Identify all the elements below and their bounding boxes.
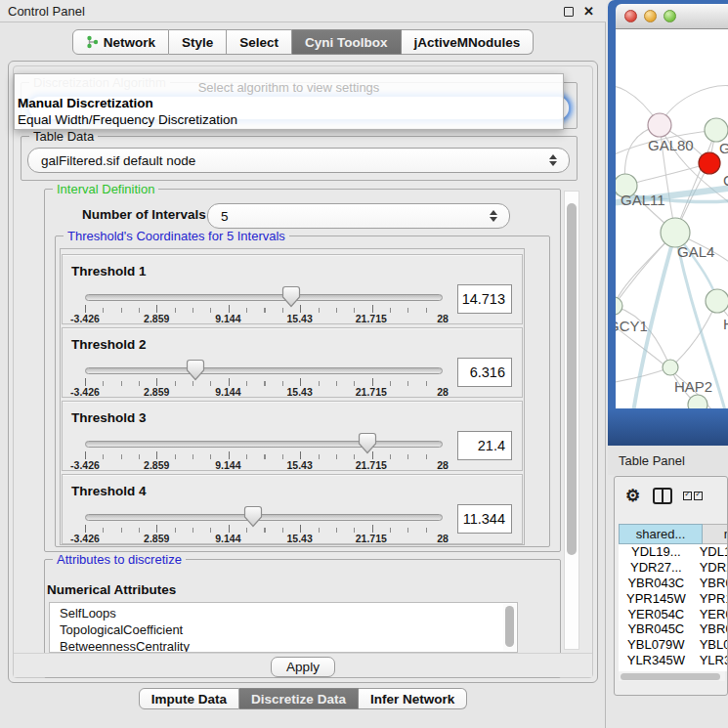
apply-button[interactable]: Apply bbox=[271, 657, 335, 677]
slider-track[interactable] bbox=[85, 441, 443, 448]
node-hap2[interactable] bbox=[663, 360, 678, 375]
list-scrollbar[interactable] bbox=[503, 604, 516, 651]
threshold-4-slider[interactable]: -3.4262.8599.14415.4321.71528 bbox=[85, 475, 443, 545]
svg-text:GAL80: GAL80 bbox=[648, 137, 694, 153]
list-item[interactable]: SelfLoops bbox=[50, 605, 503, 621]
minimize-traffic-icon[interactable] bbox=[644, 10, 657, 22]
control-panel-titlebar: Control Panel ✕ bbox=[0, 0, 606, 22]
column-header-shared-name[interactable]: shared... bbox=[619, 524, 703, 544]
threshold-1-value-field[interactable]: 14.713 bbox=[457, 284, 512, 314]
apply-bar: Apply bbox=[14, 653, 592, 677]
algorithm-dropdown-popup: Select algorithm to view settings Manual… bbox=[14, 73, 564, 130]
gear-icon[interactable]: ⚙ bbox=[625, 488, 640, 504]
table-row[interactable]: YPR145W YPR1 bbox=[619, 590, 728, 606]
svg-text:C: C bbox=[723, 172, 728, 189]
cell-shared-name: YBL079W bbox=[619, 637, 694, 652]
select-columns-icon[interactable] bbox=[683, 492, 703, 500]
node-selected-red[interactable] bbox=[699, 152, 720, 174]
table-panel-title: Table Panel bbox=[608, 453, 685, 468]
table-row[interactable]: YDR27... YDR2 bbox=[619, 560, 728, 576]
combobox-value: 5 bbox=[208, 209, 229, 224]
tab-style[interactable]: Style bbox=[169, 29, 227, 55]
tab-label: Select bbox=[239, 35, 278, 50]
cell-shared-name: YDL19... bbox=[619, 544, 694, 559]
node-h[interactable] bbox=[706, 289, 728, 313]
tick-label: 9.144 bbox=[215, 313, 240, 324]
list-item[interactable]: TopologicalCoefficient bbox=[50, 621, 503, 638]
tick-label: 15.43 bbox=[286, 386, 312, 398]
slider-track[interactable] bbox=[85, 294, 443, 301]
threshold-4-value-field[interactable]: 11.344 bbox=[457, 504, 512, 534]
tab-cyni-toolbox[interactable]: Cyni Toolbox bbox=[292, 29, 402, 55]
tick-label: 15.43 bbox=[286, 533, 312, 544]
table-row[interactable]: YDL19... YDL1 bbox=[619, 544, 728, 560]
cell-shared-name: YLR345W bbox=[619, 653, 694, 667]
threshold-3-slider[interactable]: -3.4262.8599.14415.4321.71528 bbox=[85, 402, 443, 472]
threshold-2-value-field[interactable]: 6.316 bbox=[457, 358, 512, 387]
table-header: shared... n bbox=[619, 524, 728, 544]
tab-label: Style bbox=[182, 35, 213, 50]
threshold-3-value-field[interactable]: 21.4 bbox=[457, 431, 512, 460]
stepper-icon bbox=[549, 154, 557, 166]
node-labels: GAL80 G C GAL11 GAL4 GCY1 H HAP2 bbox=[616, 137, 728, 395]
panel-scrollbar-thumb[interactable] bbox=[567, 203, 577, 555]
tab-impute-data[interactable]: Impute Data bbox=[139, 688, 239, 709]
tick-label: 21.715 bbox=[356, 459, 387, 471]
table-row[interactable]: YBL079W YBL0 bbox=[619, 637, 728, 653]
table-hscrollbar-thumb[interactable] bbox=[621, 673, 720, 680]
cell-name: YPR1 bbox=[694, 591, 728, 606]
table-row[interactable]: YBR045C YBR0 bbox=[619, 621, 728, 637]
slider-track[interactable] bbox=[85, 514, 443, 521]
close-traffic-icon[interactable] bbox=[624, 10, 637, 22]
number-of-intervals-combobox[interactable]: 5 bbox=[207, 203, 510, 229]
popup-item-manual-discretization[interactable]: Manual Discretization bbox=[18, 96, 153, 110]
numerical-attributes-label: Numerical Attributes bbox=[47, 582, 176, 597]
table-row[interactable]: YLR345W YLR3 bbox=[619, 653, 728, 668]
tab-select[interactable]: Select bbox=[227, 29, 292, 55]
tab-discretize-data[interactable]: Discretize Data bbox=[239, 688, 359, 709]
top-tab-bar: Network Style Select Cyni Toolbox jActiv… bbox=[0, 29, 606, 57]
network-window-titlebar[interactable] bbox=[616, 4, 728, 29]
zoom-traffic-icon[interactable] bbox=[664, 10, 676, 22]
slider-track[interactable] bbox=[85, 367, 443, 374]
table-hscrollbar[interactable] bbox=[619, 671, 725, 681]
tick-label: 9.144 bbox=[215, 533, 240, 544]
tick-label: 28 bbox=[437, 459, 449, 471]
tick-label: 2.859 bbox=[144, 459, 169, 471]
table-row[interactable]: YBR043C YBR0 bbox=[619, 576, 728, 591]
column-header-name[interactable]: n bbox=[703, 524, 728, 544]
tab-infer-network[interactable]: Infer Network bbox=[359, 688, 467, 709]
table-row[interactable]: YER054C YER0 bbox=[619, 606, 728, 621]
node-gcy1[interactable] bbox=[616, 297, 622, 315]
table-panel-titlebar: Table Panel bbox=[608, 446, 728, 475]
threshold-2-slider[interactable]: -3.4262.8599.14415.4321.71528 bbox=[85, 328, 443, 399]
numerical-attributes-list: SelfLoopsTopologicalCoefficientBetweenne… bbox=[49, 602, 518, 653]
tab-network[interactable]: Network bbox=[72, 29, 169, 55]
tick-label: 9.144 bbox=[215, 459, 240, 471]
close-icon[interactable]: ✕ bbox=[583, 5, 594, 18]
tab-jactivemnodules[interactable]: jActiveMNodules bbox=[402, 29, 535, 55]
network-canvas[interactable]: GAL80 G C GAL11 GAL4 GCY1 H HAP2 bbox=[616, 29, 728, 408]
node-unnamed-pink[interactable] bbox=[648, 113, 671, 137]
panel-scrollbar[interactable] bbox=[564, 191, 579, 650]
columns-icon[interactable] bbox=[653, 488, 672, 504]
threshold-1-panel: Threshold 1 -3.4262.8599.14415.4321.7152… bbox=[62, 254, 523, 324]
float-icon[interactable] bbox=[564, 7, 574, 17]
table-data-combobox[interactable]: galFiltered.sif default node bbox=[27, 148, 570, 173]
tab-label: Impute Data bbox=[151, 692, 227, 707]
list-item[interactable]: BetweennessCentrality bbox=[50, 638, 503, 653]
table-panel: ⚙ shared... n YDL19... YDL1 YDR27... YDR… bbox=[614, 476, 728, 696]
threshold-3-panel: Threshold 3 -3.4262.8599.14415.4321.7152… bbox=[62, 401, 523, 471]
tick-label: 28 bbox=[437, 533, 449, 544]
tab-label: Cyni Toolbox bbox=[305, 35, 388, 50]
node-partial-bottom[interactable] bbox=[688, 395, 707, 408]
cell-shared-name: YBR043C bbox=[619, 576, 694, 590]
combobox-value: galFiltered.sif default node bbox=[28, 153, 195, 168]
tab-label: Infer Network bbox=[370, 692, 454, 707]
threshold-1-slider[interactable]: -3.4262.8599.14415.4321.71528 bbox=[85, 255, 443, 325]
stepper-icon bbox=[490, 210, 497, 222]
screen: Control Panel ✕ Network Style Select Cyn… bbox=[0, 0, 728, 728]
popup-item-equal-width-frequency[interactable]: Equal Width/Frequency Discretization bbox=[18, 112, 237, 127]
network-window-frame bbox=[608, 408, 728, 446]
node-unnamed-green[interactable] bbox=[705, 118, 728, 142]
